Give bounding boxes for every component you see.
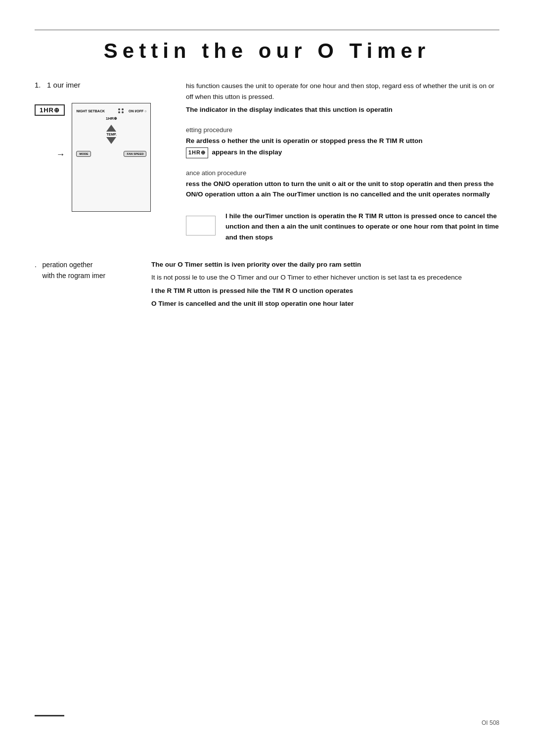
section2-left-line2: with the rogram imer	[43, 272, 106, 280]
description-bold: The indicator in the display indicates t…	[186, 104, 499, 115]
step1-display: 1HR⊕ appears in the display	[186, 147, 499, 158]
bottom-rule	[35, 715, 64, 716]
1hr-label: 1HR⊕	[106, 116, 117, 121]
section2-line4: O Timer is cancelled and the unit ill st…	[151, 298, 499, 309]
section2-right: The our O Timer settin is iven priority …	[151, 259, 499, 312]
page-title: Settin the our O Timer	[35, 39, 499, 63]
section-number: 1. 1 our imer	[35, 81, 168, 89]
top-rule	[35, 30, 499, 30]
right-column: his function causes the unit to operate …	[186, 81, 499, 245]
section2-number: .	[35, 261, 37, 269]
cancellation-box	[186, 216, 216, 236]
description-text: his function causes the unit to operate …	[186, 81, 499, 102]
temp-up-button[interactable]	[106, 125, 116, 132]
arrow-indicator: →	[56, 149, 65, 160]
inline-indicator: 1HR⊕	[186, 147, 208, 158]
page-number: OI 508	[482, 719, 499, 726]
section2-left-line1: peration ogether	[43, 261, 93, 269]
remote-diagram: NIGHT SETBACK ON I/OFF ○ 1H	[72, 103, 151, 212]
setting-procedure-block: etting procedure Re ardless o hether the…	[186, 126, 499, 158]
indicator-display: 1HR⊕	[35, 104, 65, 116]
temp-label: TEMP.	[106, 133, 117, 136]
cancel-step1: ress the ON/O operation utton to turn th…	[186, 179, 499, 200]
main-layout: 1. 1 our imer 1HR⊕ → NIGHT SETBACK	[35, 81, 499, 245]
section2-line2: It is not possi le to use the O Timer an…	[151, 272, 499, 283]
section2-line3: I the R TIM R utton is pressed hile the …	[151, 285, 499, 296]
section2-layout: . peration ogether with the rogram imer …	[35, 259, 499, 312]
mode-button[interactable]: MODE	[76, 151, 91, 157]
cancellation-label: ance ation procedure	[186, 169, 499, 177]
night-setback-label: NIGHT SETBACK	[76, 109, 105, 113]
section2-line1: The our O Timer settin is iven priority …	[151, 259, 499, 270]
setting-procedure-label: etting procedure	[186, 126, 499, 134]
fan-speed-button[interactable]: FAN SPEED	[124, 151, 146, 157]
on-off-label: ON I/OFF ○	[129, 109, 147, 113]
temp-down-button[interactable]	[106, 137, 116, 144]
description-block: his function causes the unit to operate …	[186, 81, 499, 115]
cancel-note: I hile the ourTimer unction is operatin …	[225, 211, 499, 243]
left-column: 1. 1 our imer 1HR⊕ → NIGHT SETBACK	[35, 81, 168, 212]
page: Settin the our O Timer 1. 1 our imer 1HR…	[0, 0, 534, 756]
step1-text: Re ardless o hether the unit is operatin…	[186, 136, 499, 146]
cancellation-block: ance ation procedure ress the ON/O opera…	[186, 169, 499, 200]
cancel-note-section: I hile the ourTimer unction is operatin …	[186, 211, 499, 245]
section2-left: . peration ogether with the rogram imer	[35, 259, 134, 312]
